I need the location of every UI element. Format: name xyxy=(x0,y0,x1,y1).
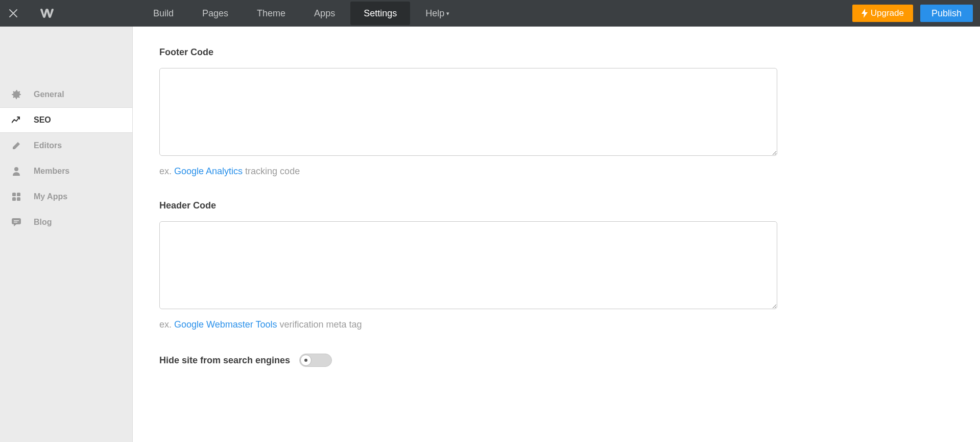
gear-icon xyxy=(11,89,21,100)
sidebar-item-label: Blog xyxy=(34,218,52,227)
svg-rect-6 xyxy=(14,220,19,221)
hint-suffix: tracking code xyxy=(243,166,300,176)
svg-rect-4 xyxy=(17,197,20,201)
upgrade-label: Upgrade xyxy=(871,8,904,18)
nav-label: Settings xyxy=(364,8,397,19)
hide-site-row: Hide site from search engines xyxy=(159,354,777,367)
sidebar-item-label: Members xyxy=(34,167,69,176)
settings-sidebar: General SEO Editors Members My Apps xyxy=(0,27,133,442)
lightning-icon xyxy=(862,9,868,18)
nav-settings[interactable]: Settings xyxy=(350,2,410,25)
layout: General SEO Editors Members My Apps xyxy=(0,27,980,442)
nav-items: Build Pages Theme Apps Settings Help▾ xyxy=(139,0,464,27)
svg-point-0 xyxy=(14,167,18,171)
nav-label: Theme xyxy=(257,8,285,19)
svg-rect-2 xyxy=(17,193,20,196)
nav-theme[interactable]: Theme xyxy=(244,2,299,25)
topbar-right: Upgrade Publish xyxy=(852,5,980,22)
sidebar-item-members[interactable]: Members xyxy=(0,158,132,184)
nav-label: Help xyxy=(425,8,444,19)
google-analytics-link[interactable]: Google Analytics xyxy=(174,166,243,176)
weebly-logo-icon xyxy=(39,8,55,19)
person-icon xyxy=(11,166,21,176)
svg-rect-3 xyxy=(12,197,16,201)
grid-icon xyxy=(11,192,21,202)
footer-code-label: Footer Code xyxy=(159,47,777,58)
chat-icon xyxy=(11,217,21,227)
sidebar-item-editors[interactable]: Editors xyxy=(0,133,132,158)
publish-button[interactable]: Publish xyxy=(920,5,973,22)
hint-prefix: ex. xyxy=(159,319,174,330)
hide-site-label: Hide site from search engines xyxy=(159,355,290,366)
sidebar-item-label: SEO xyxy=(34,115,51,125)
sidebar-item-label: General xyxy=(34,90,64,99)
nav-pages[interactable]: Pages xyxy=(189,2,242,25)
svg-rect-1 xyxy=(12,193,16,196)
toggle-knob xyxy=(300,355,312,366)
hide-site-toggle[interactable] xyxy=(299,354,332,367)
nav-label: Build xyxy=(153,8,174,19)
header-code-group: Header Code ex. Google Webmaster Tools v… xyxy=(159,200,777,330)
content-inner: Footer Code ex. Google Analytics trackin… xyxy=(159,47,777,367)
sidebar-item-label: My Apps xyxy=(34,192,67,201)
svg-rect-5 xyxy=(12,218,21,224)
footer-code-group: Footer Code ex. Google Analytics trackin… xyxy=(159,47,777,177)
nav-label: Apps xyxy=(314,8,335,19)
google-webmaster-link[interactable]: Google Webmaster Tools xyxy=(174,319,277,330)
header-code-label: Header Code xyxy=(159,200,777,211)
close-icon xyxy=(9,9,18,18)
sidebar-item-label: Editors xyxy=(34,141,62,150)
topbar-left xyxy=(0,0,67,27)
hint-prefix: ex. xyxy=(159,166,174,176)
sidebar-item-seo[interactable]: SEO xyxy=(0,107,132,133)
nav-apps[interactable]: Apps xyxy=(301,2,348,25)
content: Footer Code ex. Google Analytics trackin… xyxy=(133,27,980,442)
nav-help[interactable]: Help▾ xyxy=(412,2,463,25)
pencil-icon xyxy=(11,141,21,151)
chevron-down-icon: ▾ xyxy=(446,10,449,17)
hint-suffix: verification meta tag xyxy=(277,319,362,330)
footer-code-textarea[interactable] xyxy=(159,68,777,156)
header-code-hint: ex. Google Webmaster Tools verification … xyxy=(159,319,777,330)
sidebar-item-blog[interactable]: Blog xyxy=(0,210,132,235)
svg-rect-7 xyxy=(14,222,17,223)
publish-label: Publish xyxy=(931,8,962,18)
nav-build[interactable]: Build xyxy=(140,2,187,25)
footer-code-hint: ex. Google Analytics tracking code xyxy=(159,166,777,177)
trend-icon xyxy=(11,115,21,125)
header-code-textarea[interactable] xyxy=(159,221,777,309)
nav-label: Pages xyxy=(202,8,228,19)
close-button[interactable] xyxy=(0,0,27,27)
sidebar-item-myapps[interactable]: My Apps xyxy=(0,184,132,210)
sidebar-item-general[interactable]: General xyxy=(0,82,132,107)
weebly-logo[interactable] xyxy=(27,8,67,19)
upgrade-button[interactable]: Upgrade xyxy=(852,5,913,22)
top-navbar: Build Pages Theme Apps Settings Help▾ Up… xyxy=(0,0,980,27)
